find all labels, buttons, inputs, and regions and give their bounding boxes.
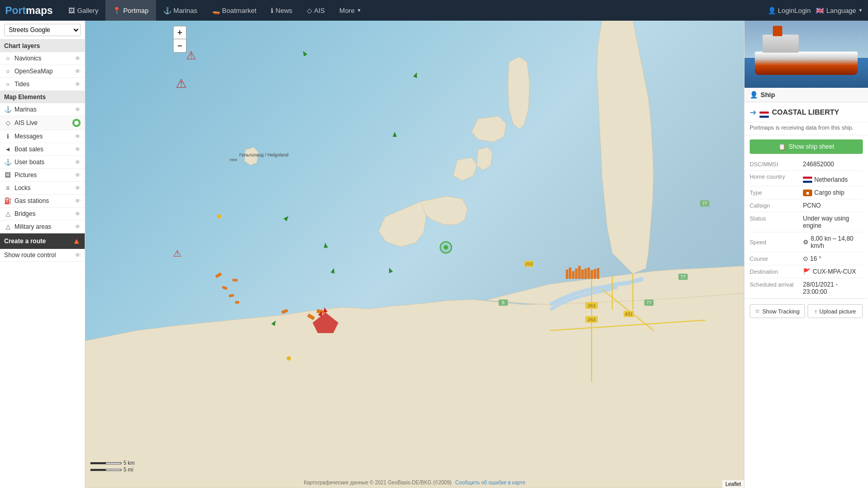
- locks-icon: ≡: [4, 184, 11, 192]
- login-icon: 👤: [768, 7, 776, 14]
- nav-news[interactable]: ℹ News: [264, 0, 300, 21]
- map-selector[interactable]: Streets Google: [4, 24, 81, 36]
- toggle-eye-tides[interactable]: 👁: [75, 81, 81, 87]
- nav-portmap[interactable]: 📍 Portmap: [105, 0, 156, 21]
- create-route-section[interactable]: Create a route ▲: [0, 233, 85, 249]
- ship-panel-header: 👤 Ship: [745, 88, 868, 102]
- toggle-eye-openseamap[interactable]: 👁: [75, 68, 81, 74]
- zoom-in-button[interactable]: +: [173, 26, 187, 39]
- report-error-link[interactable]: Сообщить об ошибке в карте: [455, 480, 525, 485]
- sidebar-item-show-route-control[interactable]: Show route control 👁: [0, 249, 85, 262]
- toggle-eye-navionics[interactable]: 👁: [75, 55, 81, 61]
- ship-marker-red[interactable]: [323, 307, 327, 312]
- map-container[interactable]: + −: [85, 21, 744, 488]
- detail-row-type: Type ■ Cargo ship: [750, 186, 863, 199]
- upload-picture-button[interactable]: ↑ Upload picture: [808, 304, 863, 318]
- ship-marker[interactable]: [302, 51, 306, 56]
- ship-marker[interactable]: [285, 215, 289, 221]
- ship-marker[interactable]: [323, 243, 328, 248]
- nav-marinas[interactable]: ⚓ Marinas: [156, 0, 205, 21]
- chevron-down-icon: ▼: [858, 8, 863, 13]
- ship-marker-yellow[interactable]: [217, 214, 221, 218]
- boatmarket-icon: 🚤: [212, 7, 220, 14]
- ship-marker-yellow[interactable]: [287, 356, 291, 360]
- svg-text:77: 77: [680, 274, 686, 279]
- sidebar-item-marinas[interactable]: ⚓ Marinas 👁: [0, 103, 85, 116]
- toggle-eye-user-boats[interactable]: 👁: [75, 159, 81, 165]
- ship-marker-orange[interactable]: [222, 287, 227, 289]
- sidebar-item-gas-stations[interactable]: ⛽ Gas stations 👁: [0, 195, 85, 208]
- svg-line-1: [602, 289, 654, 330]
- speed-icon: ⚙: [803, 239, 809, 246]
- sidebar-item-tides[interactable]: ○ Tides 👁: [0, 78, 85, 91]
- ship-marker[interactable]: [388, 267, 392, 273]
- ship-subtitle: Portmaps is receiving data from this shi…: [745, 122, 868, 135]
- ship-marker-orange[interactable]: [215, 274, 222, 277]
- ship-marker[interactable]: [272, 320, 276, 325]
- sidebar-item-pictures[interactable]: 🖼 Pictures 👁: [0, 169, 85, 182]
- sidebar-item-user-boats[interactable]: ⚓ User boats 👁: [0, 156, 85, 169]
- ship-name: COASTAL LIBERTY: [772, 108, 839, 116]
- news-icon: ℹ: [271, 7, 273, 14]
- svg-text:263: 263: [587, 303, 595, 308]
- zoom-out-button[interactable]: −: [173, 39, 187, 53]
- sidebar-item-openseamap[interactable]: ○ OpenSeaMap 👁: [0, 65, 85, 78]
- leaflet-attr: Leaflet: [722, 480, 744, 488]
- messages-icon: ℹ: [4, 133, 11, 140]
- sidebar-item-locks[interactable]: ≡ Locks 👁: [0, 182, 85, 195]
- sidebar-item-bridges[interactable]: △ Bridges 👁: [0, 208, 85, 221]
- ship-marker-orange[interactable]: [235, 301, 239, 304]
- ship-marker-red[interactable]: [319, 311, 323, 316]
- ship-marker[interactable]: [331, 268, 335, 273]
- sidebar-item-boat-sales[interactable]: ◄ Boat sales 👁: [0, 143, 85, 156]
- ship-marker-orange[interactable]: [282, 310, 288, 313]
- compass-icon: ⊙: [803, 255, 808, 262]
- callsign-value: PCNO: [803, 202, 821, 209]
- ship-marker-orange[interactable]: [233, 279, 238, 281]
- label-helgoland: Гельголанд / Helgoland: [239, 152, 288, 158]
- ais-live-icon: ◇: [4, 119, 11, 127]
- svg-rect-15: [499, 300, 508, 306]
- toggle-eye-marinas[interactable]: 👁: [75, 106, 81, 113]
- detail-row-status: Status Under way using engine: [750, 212, 863, 232]
- toggle-eye-locks[interactable]: 👁: [75, 185, 81, 191]
- speed-value: ⚙ 8,00 kn – 14,80 km/h: [803, 235, 863, 249]
- ais-density-bar: [566, 266, 599, 279]
- language-selector[interactable]: 🇬🇧 Language ▼: [816, 7, 863, 14]
- app-logo[interactable]: Portmaps: [5, 5, 53, 17]
- ship-cluster-red[interactable]: [313, 312, 338, 333]
- svg-rect-13: [678, 274, 688, 280]
- nav-ais[interactable]: ◇ AIS: [300, 0, 332, 21]
- portmap-icon: 📍: [113, 7, 121, 14]
- login-button[interactable]: 👤 LoginLogin: [768, 7, 811, 14]
- openseamap-icon: ○: [4, 68, 11, 75]
- show-tracking-button[interactable]: ☆ Show Tracking: [750, 304, 805, 318]
- sidebar-item-navionics[interactable]: ○ Navionics 👁: [0, 52, 85, 65]
- chart-layers-header: Chart layers: [0, 40, 85, 52]
- nav-right: 👤 LoginLogin 🇬🇧 Language ▼: [768, 7, 863, 14]
- toggle-eye-pictures[interactable]: 👁: [75, 172, 81, 178]
- ship-marker-orange[interactable]: [229, 294, 234, 297]
- toggle-eye-gas[interactable]: 👁: [75, 198, 81, 204]
- nav-more[interactable]: More ▼: [332, 0, 369, 21]
- svg-rect-19: [700, 200, 709, 207]
- show-ship-sheet-button[interactable]: 📋 Show ship sheet: [750, 139, 863, 154]
- sidebar-item-military[interactable]: △ Military areas 👁: [0, 221, 85, 233]
- toggle-eye-bridges[interactable]: 👁: [75, 211, 81, 217]
- toggle-eye-military[interactable]: 👁: [75, 224, 81, 230]
- sidebar-item-messages[interactable]: ℹ Messages 👁: [0, 130, 85, 143]
- ship-marker[interactable]: [393, 132, 397, 137]
- ship-marker[interactable]: [414, 72, 418, 77]
- map-background[interactable]: 263 263 431 77 77 5 202 77: [85, 21, 744, 488]
- selected-ship-indicator[interactable]: [440, 241, 452, 254]
- nav-gallery[interactable]: 🖼 Gallery: [61, 0, 105, 21]
- toggle-eye-messages[interactable]: 👁: [75, 133, 81, 139]
- ais-dot: [74, 121, 79, 125]
- nav-boatmarket[interactable]: 🚤 Boatmarket: [205, 0, 264, 21]
- ship-header: ➜ COASTAL LIBERTY: [745, 102, 868, 122]
- toggle-eye-route[interactable]: 👁: [75, 252, 81, 258]
- upload-icon: ↑: [814, 308, 817, 314]
- toggle-eye-boat-sales[interactable]: 👁: [75, 146, 81, 152]
- svg-text:77: 77: [646, 300, 652, 305]
- sidebar-item-ais-live[interactable]: ◇ AIS Live: [0, 116, 85, 130]
